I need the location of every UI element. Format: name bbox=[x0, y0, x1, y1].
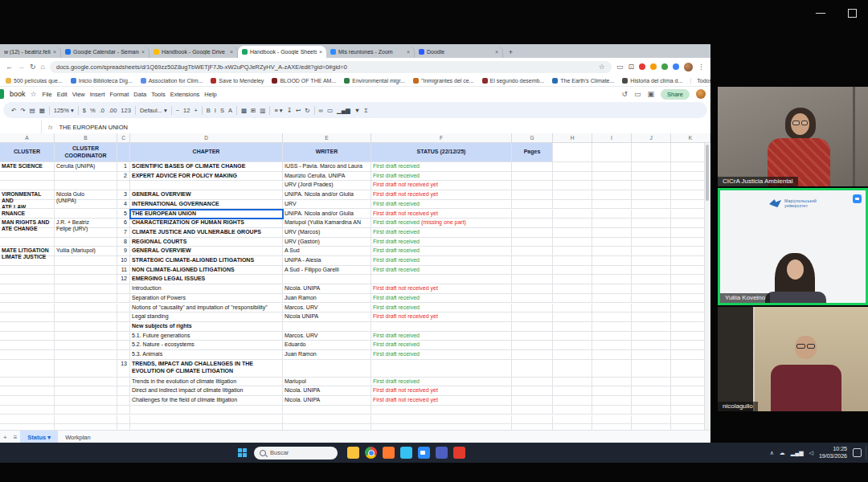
cell-empty[interactable] bbox=[371, 415, 512, 425]
cell-cluster[interactable] bbox=[0, 284, 55, 294]
column-header-J[interactable]: J bbox=[632, 133, 671, 143]
cell-writer[interactable]: Maurizio Cerulla. UNIPA bbox=[283, 172, 371, 182]
taskbar-chrome-icon[interactable] bbox=[365, 447, 377, 459]
cell-empty[interactable] bbox=[632, 275, 671, 284]
cell-coordinator[interactable] bbox=[55, 228, 117, 238]
cell-cluster[interactable] bbox=[0, 294, 55, 304]
cell-empty[interactable] bbox=[117, 415, 130, 425]
toolbar-font-select[interactable]: Defaul... ▾ bbox=[140, 107, 167, 114]
cell-writer[interactable]: Mariupol (Yuliia Kamardina AN bbox=[283, 219, 371, 228]
cell-pages[interactable] bbox=[512, 284, 553, 294]
cell-empty[interactable] bbox=[592, 200, 632, 210]
cell-chapter-number[interactable] bbox=[117, 181, 130, 190]
cell-empty[interactable] bbox=[632, 396, 671, 406]
cell-empty[interactable] bbox=[632, 190, 671, 200]
cell-empty[interactable] bbox=[553, 406, 592, 415]
taskbar-zoom-app-icon[interactable] bbox=[418, 447, 430, 459]
taskbar-folder-icon[interactable] bbox=[347, 447, 359, 459]
cell-chapter[interactable] bbox=[130, 181, 283, 190]
cell-empty[interactable] bbox=[632, 247, 671, 256]
cell-status[interactable]: First draft received bbox=[371, 256, 512, 266]
cell-empty[interactable] bbox=[130, 406, 283, 415]
cell-empty[interactable] bbox=[632, 228, 671, 238]
cell-chapter-number[interactable] bbox=[117, 312, 130, 322]
cell-empty[interactable] bbox=[117, 424, 130, 430]
scrollbar-thumb[interactable] bbox=[706, 145, 709, 201]
cell-chapter[interactable]: 5.1. Future generations bbox=[130, 332, 283, 341]
column-header-A[interactable]: A bbox=[0, 133, 55, 143]
cell-status[interactable]: First draft received bbox=[371, 172, 512, 182]
toolbar-text-color-icon[interactable]: A bbox=[228, 107, 232, 114]
cell-empty[interactable] bbox=[553, 386, 592, 396]
cell-writer[interactable]: A Sud bbox=[283, 247, 371, 256]
cell-empty[interactable] bbox=[553, 247, 592, 256]
header-cell[interactable]: WRITER bbox=[283, 143, 371, 162]
cell-writer[interactable]: Juan Ramon bbox=[283, 350, 371, 360]
cell-chapter[interactable]: Challenges for the field of climate liti… bbox=[130, 396, 283, 406]
cell-empty[interactable] bbox=[632, 200, 671, 210]
home-icon[interactable]: ⌂ bbox=[41, 63, 45, 71]
cell-chapter-number[interactable] bbox=[117, 284, 130, 294]
cell-empty[interactable] bbox=[592, 162, 632, 172]
tab-close-icon[interactable]: × bbox=[230, 49, 233, 55]
cell-empty[interactable] bbox=[512, 415, 553, 425]
cell-writer[interactable]: URV bbox=[283, 200, 371, 210]
cell-chapter[interactable]: NON CLIMATE-ALIGNED LITIGATIONS bbox=[130, 266, 283, 276]
cell-writer[interactable]: Nicola. UNIPA bbox=[283, 386, 371, 396]
column-header-F[interactable]: F bbox=[371, 133, 512, 143]
cell-coordinator[interactable] bbox=[55, 350, 117, 360]
cell-coordinator[interactable] bbox=[55, 200, 117, 210]
cell-coordinator[interactable] bbox=[55, 341, 117, 350]
cell-writer[interactable]: Eduardo bbox=[283, 341, 371, 350]
cell-cluster[interactable] bbox=[0, 172, 55, 182]
url-bar[interactable]: docs.google.com/spreadsheets/d/1Q69zz50Z… bbox=[50, 61, 612, 73]
cell-empty[interactable] bbox=[592, 266, 632, 276]
cell-cluster[interactable] bbox=[0, 228, 55, 238]
cell-empty[interactable] bbox=[592, 396, 632, 406]
cell-coordinator[interactable] bbox=[55, 172, 117, 182]
column-header-G[interactable]: G bbox=[512, 133, 553, 143]
cell-empty[interactable] bbox=[553, 256, 592, 266]
bookmark-item[interactable]: BLOOD OF THE AM... bbox=[272, 78, 336, 84]
toolbar-chart-icon[interactable]: ▁▄▆ bbox=[337, 107, 350, 114]
toolbar-borders-icon[interactable]: ⊞ bbox=[251, 107, 256, 114]
cell-chapter[interactable]: Direct and indirect impact of climate li… bbox=[130, 386, 283, 396]
cell-status[interactable]: First draft received bbox=[371, 350, 512, 360]
cell-coordinator[interactable] bbox=[55, 360, 117, 378]
cell-status[interactable]: First draft received bbox=[371, 332, 512, 341]
toolbar-merge-cells-icon[interactable]: ▥ bbox=[260, 107, 265, 114]
cell-empty[interactable] bbox=[632, 415, 671, 425]
cell-empty[interactable] bbox=[553, 294, 592, 304]
cell-empty[interactable] bbox=[283, 424, 371, 430]
cell-empty[interactable] bbox=[632, 172, 671, 182]
cell-chapter[interactable]: EXPERT ADVICE FOR POLICY MAKING bbox=[130, 172, 283, 182]
cell-status[interactable]: First draft received bbox=[371, 304, 512, 313]
header-cell[interactable]: STATUS (22/12/25) bbox=[371, 143, 512, 162]
header-cell[interactable]: Pages bbox=[512, 143, 553, 162]
cell-pages[interactable] bbox=[512, 172, 553, 182]
cell-coordinator[interactable]: Cerulla (UNIPA) bbox=[55, 162, 117, 172]
header-cell[interactable]: CLUSTER bbox=[0, 143, 55, 162]
cell-empty[interactable] bbox=[632, 266, 671, 276]
cell-chapter-number[interactable]: 6 bbox=[117, 219, 130, 228]
cell-empty[interactable] bbox=[55, 406, 117, 415]
cell-writer[interactable] bbox=[283, 275, 371, 284]
cell-empty[interactable] bbox=[592, 228, 632, 238]
browser-tab[interactable]: Mis reuniones - Zoom× bbox=[326, 46, 415, 58]
cell-empty[interactable] bbox=[592, 360, 632, 378]
cell-status[interactable]: First draft not received yet bbox=[371, 386, 512, 396]
cell-chapter[interactable]: THE EUROPEAN UNION bbox=[130, 210, 283, 219]
taskbar-clock[interactable]: 10:25 19/03/2026 bbox=[819, 446, 847, 460]
toolbar-undo-icon[interactable]: ↶ bbox=[11, 107, 16, 114]
cell-empty[interactable] bbox=[512, 424, 553, 430]
cell-empty[interactable] bbox=[632, 312, 671, 322]
column-header-H[interactable]: H bbox=[553, 133, 592, 143]
cell-pages[interactable] bbox=[512, 181, 553, 190]
cell-cluster[interactable] bbox=[0, 386, 55, 396]
cell-pages[interactable] bbox=[512, 247, 553, 256]
minimize-button[interactable]: — bbox=[816, 8, 825, 18]
network-icon[interactable]: ▂▄▆ bbox=[791, 450, 804, 456]
cell-chapter-number[interactable] bbox=[117, 386, 130, 396]
toolbar-paint-format-icon[interactable]: ▦ bbox=[39, 107, 45, 114]
cell-cluster[interactable] bbox=[0, 350, 55, 360]
